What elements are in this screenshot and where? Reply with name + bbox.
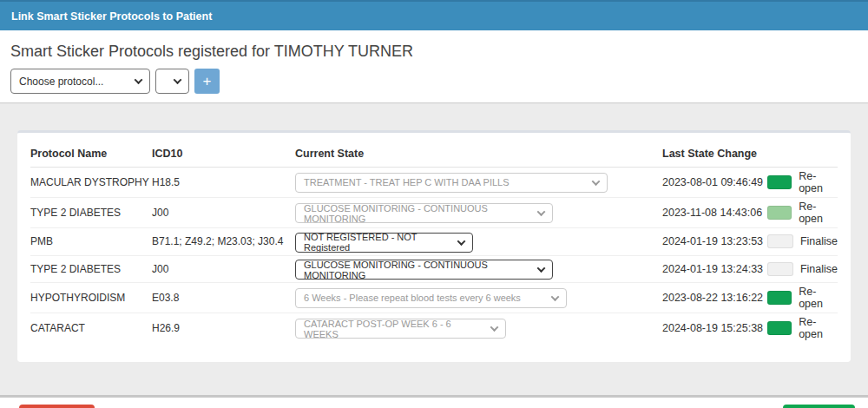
registration-section: Smart Sticker Protocols registered for T… [0, 30, 868, 102]
table-row: MACULAR DYSTROPHY H18.5 TREATMENT - TREA… [30, 168, 838, 198]
icd10-code: H26.9 [152, 313, 295, 344]
protocol-name: TYPE 2 DIABETES [30, 198, 152, 228]
protocols-panel: Protocol Name ICD10 Current State Last S… [17, 130, 851, 362]
state-action: Re-open [767, 201, 838, 225]
icd10-code: H18.5 [152, 168, 295, 198]
chevron-down-icon [537, 264, 546, 273]
col-action [767, 145, 838, 168]
state-action-label: Finalise [800, 235, 838, 247]
state-toggle-button[interactable] [767, 234, 793, 248]
col-current-state: Current State [295, 145, 662, 168]
state-toggle-button[interactable] [767, 262, 793, 276]
table-row: HYPOTHYROIDISM E03.8 6 Weeks - Please re… [30, 283, 838, 313]
chevron-down-icon [551, 293, 560, 301]
icd10-code: B71.1; Z49.2; M23.03; J30.4 [152, 228, 295, 256]
current-state-select: TREATMENT - TREAT HEP C WITH DAA PILLS [295, 173, 608, 193]
state-action-label: Re-open [799, 201, 838, 225]
icd10-code: J00 [152, 198, 295, 228]
table-header-row: Protocol Name ICD10 Current State Last S… [30, 145, 838, 168]
chevron-down-icon [592, 177, 601, 186]
table-row: TYPE 2 DIABETES J00 GLUCOSE MONITORING -… [30, 198, 838, 228]
section-heading: Smart Sticker Protocols registered for T… [10, 43, 858, 61]
state-action-label: Re-open [799, 286, 838, 310]
state-action-label: Re-open [799, 170, 838, 194]
current-state-select: 6 Weeks - Please repeat blood tests ever… [295, 288, 567, 308]
current-state-select[interactable]: GLUCOSE MONITORING - CONTINUOUS MONITORI… [295, 260, 553, 280]
protocol-name: TYPE 2 DIABETES [30, 255, 152, 283]
protocols-table: Protocol Name ICD10 Current State Last S… [30, 145, 838, 343]
last-state-change: 2023-11-08 14:43:06 [662, 198, 767, 228]
dialog-header: Link Smart Sticker Protocols to Patient [0, 0, 868, 30]
chevron-down-icon [174, 76, 182, 84]
protocol-name: HYPOTHYROIDISM [30, 283, 152, 313]
choose-protocol-value: Choose protocol... [19, 76, 103, 88]
col-last-state-change: Last State Change [662, 145, 767, 168]
icd10-code: J00 [152, 255, 295, 283]
state-action-label: Finalise [800, 263, 838, 275]
plus-icon: + [203, 74, 212, 89]
save-button[interactable]: ✓ Save [783, 405, 855, 408]
spacer [0, 102, 868, 130]
last-state-change: 2024-01-19 13:24:33 [662, 255, 767, 283]
last-state-change: 2024-01-19 13:23:53 [662, 228, 767, 256]
choose-protocol-select[interactable]: Choose protocol... [10, 69, 150, 94]
current-state-select[interactable]: NOT REGISTERED - NOT Registered [295, 233, 473, 253]
table-row: CATARACT H26.9 CATARACT POST-OP WEEK 6 -… [30, 313, 838, 344]
close-button[interactable]: ✕ Close [19, 405, 95, 408]
add-protocol-button[interactable]: + [194, 69, 220, 94]
state-toggle-button[interactable] [767, 291, 792, 305]
state-toggle-button[interactable] [767, 206, 792, 220]
spacer [0, 362, 868, 395]
col-protocol-name: Protocol Name [30, 145, 152, 168]
protocol-controls: Choose protocol... + [10, 69, 858, 94]
state-action: Finalise [767, 234, 838, 248]
icd10-code: E03.8 [152, 283, 295, 313]
protocol-name: MACULAR DYSTROPHY [30, 168, 152, 198]
chevron-down-icon [457, 237, 466, 246]
protocol-name: CATARACT [30, 313, 152, 344]
state-action: Re-open [767, 286, 838, 310]
col-icd10: ICD10 [152, 145, 295, 168]
chevron-down-icon [490, 323, 499, 332]
last-state-change: 2023-08-01 09:46:49 [662, 168, 767, 198]
table-row: PMB B71.1; Z49.2; M23.03; J30.4 NOT REGI… [30, 228, 838, 256]
dialog-title: Link Smart Sticker Protocols to Patient [11, 10, 212, 23]
state-action: Re-open [767, 170, 838, 194]
state-action-label: Re-open [799, 316, 838, 340]
state-toggle-button[interactable] [767, 321, 792, 335]
state-action: Finalise [767, 262, 838, 276]
dialog-footer: ✕ Close ✓ Save [0, 395, 868, 408]
chevron-down-icon [135, 76, 143, 84]
secondary-select[interactable] [155, 69, 189, 94]
table-row: TYPE 2 DIABETES J00 GLUCOSE MONITORING -… [30, 255, 838, 283]
current-state-select: GLUCOSE MONITORING - CONTINUOUS MONITORI… [295, 203, 553, 223]
protocol-name: PMB [30, 228, 152, 256]
state-action: Re-open [767, 316, 838, 340]
current-state-select: CATARACT POST-OP WEEK 6 - 6 WEEKS [295, 319, 506, 339]
chevron-down-icon [537, 207, 546, 216]
last-state-change: 2024-08-19 15:25:38 [662, 313, 767, 344]
state-toggle-button[interactable] [767, 175, 792, 189]
last-state-change: 2023-08-22 13:16:22 [662, 283, 767, 313]
